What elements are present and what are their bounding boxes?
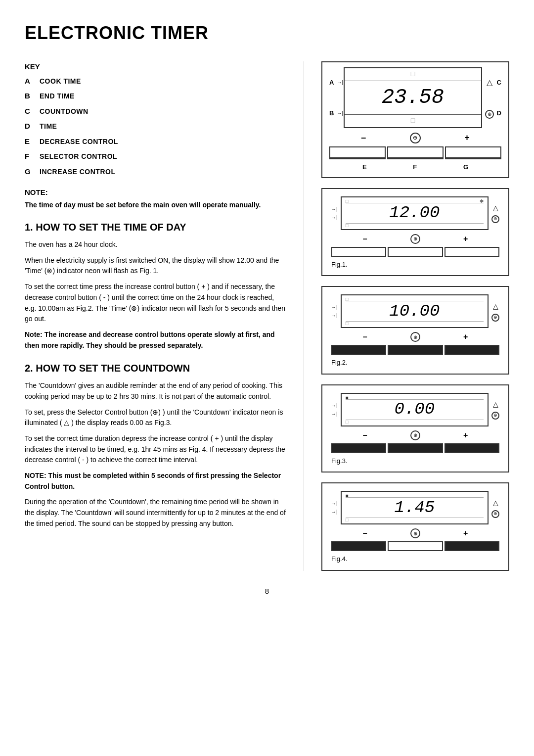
key-item-d: D TIME	[25, 121, 286, 132]
section1-title: 1. HOW TO SET THE TIME OF DAY	[25, 220, 286, 235]
fig4-display: 1.45	[346, 498, 484, 517]
key-letter-c: C	[25, 106, 35, 117]
fig2-display: 10.00	[346, 302, 484, 321]
section1-body3: To set the correct time press the increa…	[25, 282, 286, 325]
fig4-label: Fig.4.	[331, 554, 499, 564]
section1-body2: When the electricity supply is first swi…	[25, 255, 286, 277]
key-item-b: B END TIME	[25, 91, 286, 102]
btn-e-fig2[interactable]	[331, 345, 386, 355]
circle-indicator-main: ⊕	[485, 110, 494, 119]
key-letter-a: A	[25, 76, 35, 87]
fig3-label: Fig.3.	[331, 456, 499, 466]
btn-f-fig4[interactable]	[388, 541, 443, 551]
key-section: KEY A COOK TIME B END TIME C COUNTDOWN D…	[25, 61, 286, 177]
key-item-e: E DECREASE CONTROL	[25, 136, 286, 147]
circle-indicator-fig1: ⊕	[491, 215, 499, 223]
bell-indicator-fig2: △	[493, 301, 498, 312]
fig1-display: 12.00	[346, 204, 484, 223]
key-letter-f: F	[25, 151, 35, 162]
section2-body4: During the operation of the 'Countdown',…	[25, 497, 286, 529]
btn-e-fig4[interactable]	[331, 541, 386, 551]
key-desc-c: COUNTDOWN	[40, 106, 89, 117]
label-c-main: C	[497, 79, 501, 86]
bell-indicator-fig3: △	[493, 399, 498, 410]
btn-e-main[interactable]	[329, 146, 386, 158]
key-letter-b: B	[25, 91, 35, 102]
bell-indicator-fig1: △	[493, 203, 498, 213]
key-desc-b: END TIME	[40, 91, 75, 101]
section2-body2: To set, press the Selector Control butto…	[25, 407, 286, 428]
key-letter-g: G	[25, 166, 35, 178]
btn-f-fig1[interactable]	[388, 247, 443, 257]
btn-g-main[interactable]	[445, 146, 501, 158]
main-diagram: A B →| →| □ 23.58 □	[321, 61, 509, 178]
key-item-f: F SELECTOR CONTROL	[25, 151, 286, 162]
btn-g-fig3[interactable]	[445, 443, 499, 453]
key-desc-e: DECREASE CONTROL	[40, 137, 118, 147]
page-number: 8	[25, 586, 509, 597]
fig2-label: Fig.2.	[331, 358, 499, 368]
minus-ctrl-main[interactable]: –	[361, 131, 366, 144]
section2-body1: The 'Countdown' gives an audible reminde…	[25, 380, 286, 402]
bell-indicator-main: △	[487, 77, 492, 89]
circle-indicator-fig2: ⊕	[491, 314, 499, 322]
key-item-g: G INCREASE CONTROL	[25, 166, 286, 178]
selector-ctrl-main[interactable]: ⊕	[410, 133, 421, 143]
circle-indicator-fig4: ⊕	[491, 510, 499, 518]
fig1-label: Fig.1.	[331, 260, 499, 270]
btn-g-fig4[interactable]	[445, 541, 499, 551]
circle-indicator-fig3: ⊕	[491, 412, 499, 420]
btn-g-fig1[interactable]	[445, 247, 499, 257]
key-desc-f: SELECTOR CONTROL	[40, 151, 117, 162]
bell-indicator-fig4: △	[493, 498, 498, 508]
fig1-diagram: →| →| □ ✱ 12.00 □ △ ⊕	[321, 188, 509, 277]
page-title: ELECTRONIC TIMER	[25, 20, 509, 47]
btn-f-fig3[interactable]	[388, 443, 443, 453]
btn-g-fig2[interactable]	[445, 345, 499, 355]
btn-f-fig2[interactable]	[388, 345, 443, 355]
key-item-c: C COUNTDOWN	[25, 106, 286, 117]
section1-bold: Note: The increase and decrease control …	[25, 330, 286, 351]
note-text: The time of day must be set before the m…	[25, 200, 286, 210]
btn-e-fig3[interactable]	[331, 443, 386, 453]
section1-body1: The oven has a 24 hour clock.	[25, 239, 286, 250]
note-section: NOTE: The time of day must be set before…	[25, 187, 286, 210]
key-desc-a: COOK TIME	[40, 76, 81, 87]
label-g-main: G	[463, 162, 468, 172]
fig3-diagram: →| →| ■ 0.00 □ △ ⊕ –	[321, 384, 509, 473]
key-label: KEY	[25, 61, 286, 73]
btn-f-main[interactable]	[387, 146, 444, 158]
key-letter-e: E	[25, 136, 35, 147]
vertical-divider	[304, 61, 304, 571]
section2-title: 2. HOW TO SET THE COUNTDOWN	[25, 361, 286, 376]
label-f-main: F	[413, 162, 417, 172]
plus-ctrl-main[interactable]: +	[464, 131, 470, 144]
section2-bold1: NOTE: This must be completed within 5 se…	[25, 471, 286, 492]
fig4-diagram: →| →| ■ 1.45 □ △ ⊕ –	[321, 482, 509, 571]
label-b-main: B	[329, 110, 334, 116]
label-d-main: D	[497, 110, 501, 116]
right-column: A B →| →| □ 23.58 □	[321, 61, 509, 571]
label-e-main: E	[362, 162, 367, 172]
fig3-display: 0.00	[346, 400, 484, 419]
main-display: 23.58	[382, 82, 444, 113]
key-letter-d: D	[25, 121, 35, 132]
key-item-a: A COOK TIME	[25, 76, 286, 87]
label-a-main: A	[329, 79, 334, 86]
key-desc-d: TIME	[40, 121, 57, 132]
fig2-diagram: →| →| □ 10.00 □ △ ⊕ –	[321, 286, 509, 375]
btn-e-fig1[interactable]	[331, 247, 386, 257]
note-label: NOTE:	[25, 187, 286, 198]
key-desc-g: INCREASE CONTROL	[40, 167, 115, 177]
section2-body3: To set the correct time duration depress…	[25, 433, 286, 466]
